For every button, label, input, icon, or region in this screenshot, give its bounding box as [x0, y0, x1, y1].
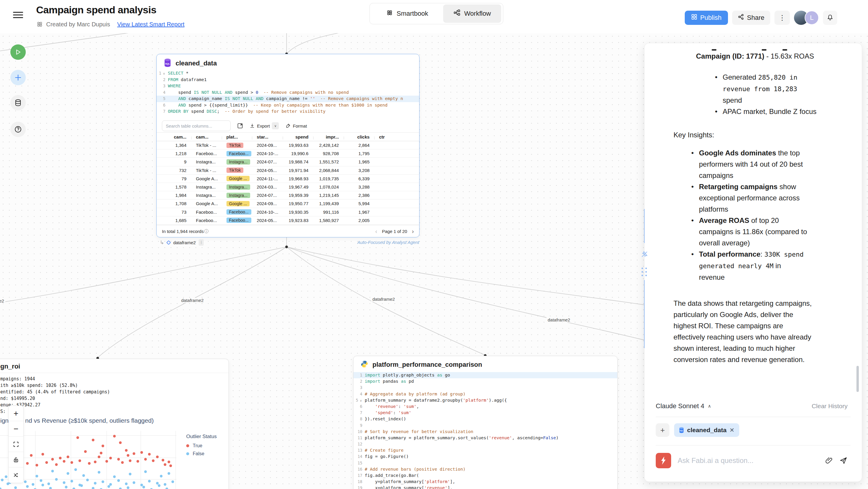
column-header[interactable]: impr...	[313, 134, 344, 140]
table-row[interactable]: 1,364TikTok - ...TikTok2024-09...19,993.…	[157, 141, 419, 150]
code-line[interactable]: 1 ∨SELECT *	[157, 70, 419, 77]
tab-workflow-label: Workflow	[464, 10, 491, 18]
code-line[interactable]: 19 x=platform_summary['revenue'],	[353, 485, 617, 489]
code-line[interactable]: 9	[353, 422, 617, 429]
export-chevron[interactable]: ∨	[272, 122, 279, 129]
add-context-button[interactable]: +	[656, 423, 669, 437]
ask-question-input[interactable]	[678, 456, 818, 465]
result-table: cam...cam...plat...star...spendimpr...cl…	[157, 132, 419, 225]
table-row[interactable]: 1,685Faceboo...Faceboo...2024-05...19,92…	[157, 216, 419, 225]
lock-canvas-button[interactable]	[8, 452, 23, 467]
zoom-in-button[interactable]: +	[8, 406, 23, 421]
scatter-point-true	[125, 449, 128, 452]
column-header[interactable]: ctr	[374, 134, 419, 140]
table-row[interactable]: 1,218Faceboo...Faceboo...2024-10-...19,9…	[157, 150, 419, 158]
code-line[interactable]: 11platform_summary = platform_summary.so…	[353, 435, 617, 441]
code-line[interactable]: 1import plotly.graph_objects as go	[353, 372, 617, 378]
export-button[interactable]: Export ∨	[250, 122, 279, 129]
code-line[interactable]: 4# Aggregate data by platform (ad group)	[353, 391, 617, 397]
fit-view-button[interactable]	[8, 437, 23, 452]
code-line[interactable]: 5 AND campaign_name IS NOT NULL AND camp…	[157, 96, 419, 102]
table-row[interactable]: 1,984Instagra...Instagra...2024-07...19,…	[157, 191, 419, 200]
table-row[interactable]: 732TikTok - ...TikTok2024-05...19,971.94…	[157, 166, 419, 175]
prev-page-button[interactable]: ‹	[375, 228, 377, 235]
code-line[interactable]: 10# Sort by revenue for better visualiza…	[353, 429, 617, 435]
code-line[interactable]: 3	[353, 385, 617, 391]
help-button[interactable]	[10, 122, 26, 137]
node-platform-performance-comparison[interactable]: platform_performance_comparison 1import …	[353, 356, 618, 489]
search-table-columns-input[interactable]	[162, 120, 230, 131]
avatar-initial[interactable]: L	[805, 11, 819, 25]
expand-table-button[interactable]	[237, 123, 243, 129]
shuffle-layout-button[interactable]	[8, 467, 23, 483]
legend-item-true[interactable]: True	[186, 443, 217, 449]
code-line[interactable]: 17fig.add_trace(go.Bar(	[353, 472, 617, 479]
code-line[interactable]: 15	[353, 460, 617, 466]
table-cell: Instagra...	[222, 184, 252, 190]
view-latest-smart-report-link[interactable]: View Latest Smart Report	[117, 21, 185, 28]
output-arrow-icon: ↳	[160, 240, 164, 246]
code-line[interactable]: 13# Create figure	[353, 447, 617, 454]
table-row[interactable]: 1,578Instagra...Instagra...2024-03...19,…	[157, 183, 419, 191]
publish-button[interactable]: Publish	[685, 11, 728, 25]
sql-code-editor[interactable]: 1 ∨SELECT *2FROM dataframe13WHERE4 spend…	[157, 70, 419, 115]
column-header[interactable]: clicks	[344, 134, 374, 140]
key-insights-heading: Key Insights:	[674, 131, 714, 139]
scatter-plot[interactable]	[0, 431, 177, 489]
code-line[interactable]: 6 AND spend > {{spend_limit}} -- Keep on…	[157, 102, 419, 109]
column-header[interactable]: cam...	[191, 134, 222, 140]
legend-item-false[interactable]: False	[186, 451, 217, 456]
python-code-editor[interactable]: 1import plotly.graph_objects as go2impor…	[353, 372, 617, 489]
model-selector[interactable]: Claude Sonnet 4 ∧	[656, 402, 711, 410]
code-line[interactable]: 3WHERE	[157, 83, 419, 89]
code-line[interactable]: 2import pandas as pd	[353, 378, 617, 385]
table-row[interactable]: 1,708Google A...Google ...2024-09...19,9…	[157, 200, 419, 208]
scatter-point-true	[94, 461, 96, 463]
table-cell: 2024-09...	[252, 201, 283, 206]
data-sources-button[interactable]	[10, 95, 26, 111]
share-button[interactable]: Share	[732, 11, 770, 25]
panel-scrollbar[interactable]	[857, 366, 859, 392]
code-line[interactable]: 12	[353, 441, 617, 447]
column-header[interactable]: star...	[252, 134, 283, 140]
code-line[interactable]: 8}).reset_index()	[353, 416, 617, 422]
notifications-button[interactable]	[823, 11, 837, 25]
code-line[interactable]: 14fig = go.Figure()	[353, 454, 617, 460]
add-node-button[interactable]	[10, 70, 26, 85]
clear-history-button[interactable]: Clear History	[812, 403, 847, 410]
column-header[interactable]: plat...	[222, 134, 252, 140]
code-line[interactable]: 7ORDER BY spend DESC; -- Order by spend …	[157, 108, 419, 115]
output-dataframe-label[interactable]: dataframe2	[173, 240, 196, 245]
more-options-button[interactable]: ⋮	[774, 11, 790, 25]
scatter-point-true	[152, 459, 155, 462]
table-row[interactable]: 79Google A...Google ...2024-11-...19,968…	[157, 175, 419, 183]
menu-icon[interactable]	[13, 12, 23, 20]
next-page-button[interactable]: ›	[412, 228, 414, 235]
output-options-button[interactable]: ⋮	[199, 239, 204, 246]
remove-context-icon[interactable]: ✕	[730, 427, 735, 434]
code-line[interactable]: 4 spend IS NOT NULL AND spend > 0 -- Rem…	[157, 89, 419, 96]
code-line[interactable]: 18 y=platform_summary['platform'],	[353, 479, 617, 485]
format-button[interactable]: Format	[285, 123, 307, 128]
scatter-point-true	[76, 436, 79, 439]
run-workflow-button[interactable]	[10, 44, 26, 60]
column-header[interactable]: spend	[283, 134, 313, 140]
code-line[interactable]: 2FROM dataframe1	[157, 77, 419, 83]
code-line[interactable]: 16# Add revenue bars (positive direction…	[353, 466, 617, 472]
send-button[interactable]	[839, 456, 847, 465]
code-line[interactable]: 6 'revenue': 'sum',	[353, 403, 617, 410]
node-cleaned-data[interactable]: SQL cleaned_data 1 ∨SELECT *2FROM datafr…	[156, 54, 420, 237]
table-row[interactable]: 9Instagra...Instagra...2024-07...19,988.…	[157, 158, 419, 166]
code-line[interactable]: 5 ∨platform_summary = dataframe2.groupby…	[353, 397, 617, 403]
attach-file-button[interactable]	[825, 457, 833, 464]
table-cell: Google A...	[191, 176, 222, 181]
context-chip-cleaned-data[interactable]: SQL cleaned_data ✕	[674, 423, 739, 437]
node-campaign-roi[interactable]: gn_roi mpaigns: 1944 ith ≥$10k spend: 10…	[0, 359, 229, 489]
zoom-out-button[interactable]: −	[8, 421, 23, 437]
table-row[interactable]: 73Faceboo...Faceboo...2024-10-...19,930.…	[157, 208, 419, 216]
tab-workflow[interactable]: Workflow	[443, 4, 501, 23]
table-cell: Faceboo...	[191, 151, 222, 156]
column-header[interactable]: cam...	[157, 134, 191, 140]
code-line[interactable]: 7 'spend': 'sum'	[353, 410, 617, 416]
tab-smartbook[interactable]: Smartbook	[371, 4, 443, 23]
